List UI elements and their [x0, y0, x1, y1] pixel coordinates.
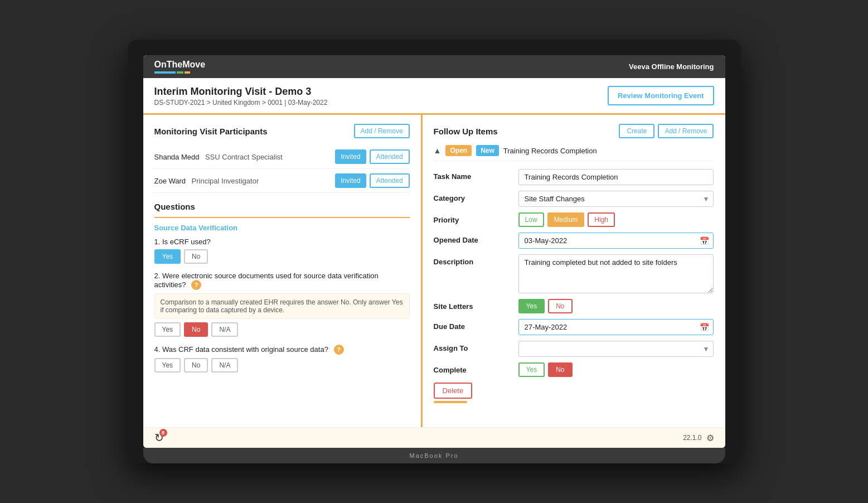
category-select-wrapper: Site Staff Changes ▼ — [518, 191, 714, 207]
site-letters-group: Yes No — [518, 299, 714, 313]
participant-row: Zoe Ward Principal Investigator Invited … — [154, 169, 410, 193]
laptop-label: MacBook Pro — [409, 452, 458, 459]
follow-up-btns: Create Add / Remove — [619, 124, 714, 138]
status-open-badge: Open — [445, 145, 472, 156]
left-panel: Monitoring Visit Participants Add / Remo… — [143, 115, 423, 427]
question-text-2: 2. Were electronic source documents used… — [154, 272, 410, 290]
participant-info: Shanda Medd SSU Contract Specialist — [154, 152, 283, 162]
app-name: OnTheMove — [154, 60, 206, 70]
question-btn-group-1: Yes No — [154, 249, 410, 264]
priority-label: Priority — [434, 212, 512, 224]
question-block-4: 4. Was CRF data consistent with original… — [154, 345, 410, 373]
section-divider — [154, 217, 410, 218]
q4-no-button[interactable]: No — [184, 358, 208, 373]
participant-btns: Invited Attended — [335, 173, 409, 188]
sync-badge: 8 — [159, 429, 167, 437]
priority-low-button[interactable]: Low — [518, 212, 544, 227]
question-hint-2: Comparison to a manually created EHR req… — [154, 293, 410, 319]
follow-up-header: Follow Up Items Create Add / Remove — [434, 124, 714, 138]
category-select[interactable]: Site Staff Changes — [518, 191, 714, 207]
opened-date-wrapper: 📅 — [518, 233, 714, 249]
follow-up-form: Task Name Category Site Staff Changes ▼ … — [434, 169, 714, 377]
right-panel: Follow Up Items Create Add / Remove ▲ Op… — [423, 115, 725, 427]
participant-info: Zoe Ward Principal Investigator — [154, 176, 259, 186]
subsection-title: Source Data Verification — [154, 224, 410, 232]
follow-up-add-remove-button[interactable]: Add / Remove — [658, 124, 714, 138]
page-title-bar: Interim Monitoring Visit - Demo 3 DS-STU… — [143, 78, 725, 115]
participant-name: Zoe Ward — [154, 177, 186, 185]
complete-group: Yes No — [518, 362, 714, 377]
scroll-indicator — [434, 401, 467, 403]
participant-invited-button[interactable]: Invited — [335, 149, 366, 164]
q4-yes-button[interactable]: Yes — [154, 358, 181, 373]
logo-bars — [154, 71, 206, 74]
task-name-input[interactable] — [518, 169, 714, 185]
question-block-1: 1. Is eCRF used? Yes No — [154, 238, 410, 264]
breadcrumb: DS-STUDY-2021 > United Kingdom > 0001 | … — [154, 99, 328, 107]
participants-title: Monitoring Visit Participants — [154, 127, 268, 136]
site-letters-yes-button[interactable]: Yes — [518, 299, 545, 313]
bottom-right: 22.1.0 ⚙ — [683, 433, 714, 443]
collapse-button[interactable]: ▲ — [434, 146, 442, 155]
question-btn-group-4: Yes No N/A — [154, 358, 410, 373]
status-new-badge: New — [476, 145, 499, 156]
page-title-left: Interim Monitoring Visit - Demo 3 DS-STU… — [154, 86, 328, 107]
bar-blue — [154, 71, 176, 74]
question-btn-group-2: Yes No N/A — [154, 322, 410, 337]
assign-to-label: Assign To — [434, 341, 512, 352]
page-title: Interim Monitoring Visit - Demo 3 — [154, 86, 328, 98]
priority-medium-button[interactable]: Medium — [547, 212, 585, 227]
opened-date-input[interactable] — [518, 233, 714, 249]
site-letters-no-button[interactable]: No — [548, 299, 572, 313]
sync-icon-wrapper: ↻ 8 — [154, 431, 164, 444]
settings-icon[interactable]: ⚙ — [706, 433, 714, 443]
bar-orange — [185, 71, 190, 74]
complete-yes-button[interactable]: Yes — [518, 362, 545, 377]
follow-up-title: Follow Up Items — [434, 127, 498, 136]
question-text-4: 4. Was CRF data consistent with original… — [154, 345, 410, 355]
assign-to-wrapper: ▼ — [518, 341, 714, 357]
main-content: Monitoring Visit Participants Add / Remo… — [143, 115, 725, 427]
participant-attended-button[interactable]: Attended — [370, 173, 410, 188]
app-header: OnTheMove Veeva Offline Monitoring — [143, 55, 725, 78]
app-logo: OnTheMove — [154, 60, 206, 74]
question-text-1: 1. Is eCRF used? — [154, 238, 410, 246]
due-date-wrapper: 📅 — [518, 319, 714, 335]
q1-yes-button[interactable]: Yes — [154, 249, 181, 264]
question-block-2: 2. Were electronic source documents used… — [154, 272, 410, 337]
questions-title: Questions — [154, 202, 410, 211]
participant-role: SSU Contract Specialist — [205, 153, 283, 161]
participants-add-remove-button[interactable]: Add / Remove — [354, 124, 410, 138]
site-letters-label: Site Letters — [434, 299, 512, 311]
q4-na-button[interactable]: N/A — [211, 358, 238, 373]
description-textarea[interactable]: Training completed but not added to site… — [518, 254, 714, 293]
review-monitoring-event-button[interactable]: Review Monitoring Event — [608, 86, 714, 105]
app-subtitle: Veeva Offline Monitoring — [629, 62, 714, 71]
due-date-input[interactable] — [518, 319, 714, 335]
assign-to-select[interactable] — [518, 341, 714, 357]
participants-section-header: Monitoring Visit Participants Add / Remo… — [154, 124, 410, 138]
q2-no-button[interactable]: No — [184, 322, 208, 337]
create-button[interactable]: Create — [619, 124, 654, 138]
participant-attended-button[interactable]: Attended — [370, 149, 410, 164]
category-label: Category — [434, 191, 512, 202]
question-help-icon-4[interactable]: ? — [334, 345, 344, 355]
priority-high-button[interactable]: High — [588, 212, 615, 227]
participant-invited-button[interactable]: Invited — [335, 173, 366, 188]
complete-no-button[interactable]: No — [548, 362, 572, 377]
due-date-label: Due Date — [434, 319, 512, 331]
bar-green — [177, 71, 183, 74]
complete-label: Complete — [434, 362, 512, 374]
q2-yes-button[interactable]: Yes — [154, 322, 181, 337]
q2-na-button[interactable]: N/A — [211, 322, 238, 337]
participant-row: Shanda Medd SSU Contract Specialist Invi… — [154, 145, 410, 169]
participant-role: Principal Investigator — [192, 177, 259, 185]
item-title: Training Records Completion — [503, 147, 597, 155]
version-label: 22.1.0 — [683, 434, 701, 442]
questions-section: Questions Source Data Verification 1. Is… — [154, 202, 410, 373]
bottom-bar: ↻ 8 22.1.0 ⚙ — [143, 427, 725, 448]
delete-button[interactable]: Delete — [434, 383, 473, 399]
question-help-icon-2[interactable]: ? — [191, 280, 201, 290]
q1-no-button[interactable]: No — [184, 249, 208, 264]
participant-btns: Invited Attended — [335, 149, 409, 164]
